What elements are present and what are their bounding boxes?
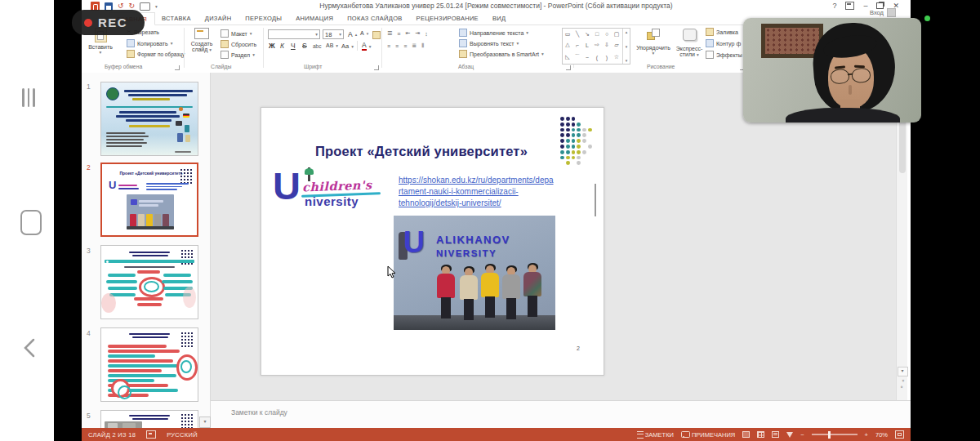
layout-button[interactable]: Макет ▾ (220, 29, 252, 38)
shape-effects-button[interactable]: Эффекты (706, 51, 742, 59)
zoom-out-button[interactable]: − (800, 431, 804, 439)
tab-design[interactable]: ДИЗАЙН (198, 12, 238, 24)
children-university-logo[interactable]: U (273, 167, 301, 205)
slide-canvas[interactable]: Проект «Детский университет» U children'… (261, 107, 604, 376)
language-indicator[interactable]: РУССКИЙ (167, 431, 198, 439)
android-recents-button[interactable] (22, 88, 38, 107)
arrange-button[interactable]: Упорядочить ▾ (634, 29, 673, 56)
next-slide-button[interactable]: « (900, 385, 905, 388)
minimize-icon[interactable]: – (863, 2, 867, 10)
display-settings-icon[interactable] (146, 430, 156, 439)
shape-outline-button[interactable]: Контур ф (706, 39, 741, 47)
font-group-label: Шрифт (304, 64, 322, 69)
slideshow-view-button[interactable] (786, 432, 793, 438)
section-button[interactable]: Раздел ▾ (220, 51, 255, 59)
thumbnail-scroll-down-button[interactable]: ▾ (199, 416, 211, 428)
slide-hyperlink[interactable]: https://shokan.edu.kz/ru/departments/dep… (399, 175, 559, 209)
decrease-indent-icon[interactable]: ⇤ (405, 30, 410, 37)
paragraph-align-buttons[interactable]: ≡ ≡ ≡ ≣ ⫴ (387, 42, 424, 49)
zoom-in-button[interactable]: + (865, 431, 868, 439)
fit-slide-to-window-icon[interactable] (895, 430, 904, 439)
android-home-button[interactable] (20, 210, 42, 235)
columns-icon[interactable]: ⫴ (421, 42, 424, 49)
scrollbar-down-button[interactable]: ▾ (898, 367, 908, 376)
justify-icon[interactable]: ≣ (412, 42, 416, 49)
photo-sign-line1: ALIKHANOV (436, 234, 510, 246)
slide-photo[interactable]: U ALIKHANOV NIVERSITY (394, 216, 555, 330)
shrink-font-button[interactable]: А▾ (360, 30, 368, 36)
tab-review[interactable]: РЕЦЕНЗИРОВАНИЕ (409, 12, 485, 24)
change-case-button[interactable]: Аа▾ (341, 42, 354, 50)
notes-icon (637, 431, 644, 439)
zoom-slider-thumb[interactable] (828, 431, 831, 439)
reset-button[interactable]: Сбросить (220, 40, 256, 48)
align-text-button[interactable]: Выровнять текст ▾ (459, 39, 519, 47)
notes-panel[interactable]: Заметки к слайду (211, 400, 911, 428)
font-size-combo[interactable]: 18 ▾ (323, 29, 344, 39)
paragraph-dialog-launcher[interactable] (566, 65, 571, 70)
bold-button[interactable]: Ж (269, 42, 275, 50)
font-name-combo[interactable]: ▾ (268, 29, 320, 39)
clipboard-dialog-launcher[interactable] (175, 65, 180, 70)
screen-record-indicator[interactable]: REC (72, 10, 145, 35)
slide-thumbnail-1[interactable] (100, 82, 198, 156)
line-spacing-icon[interactable]: ↕ (425, 31, 428, 37)
grow-font-button[interactable]: А▴ (348, 30, 357, 38)
copy-button[interactable]: Копировать ▾ (127, 39, 172, 47)
normal-view-button[interactable] (742, 431, 750, 438)
align-left-icon[interactable]: ≡ (387, 43, 390, 49)
paragraph-list-buttons[interactable]: ☰ ≡ ⇤ ⇥ ↕ (387, 30, 428, 37)
format-painter-button[interactable]: Формат по образцу (127, 50, 185, 58)
tab-slideshow[interactable]: ПОКАЗ СЛАЙДОВ (341, 12, 409, 24)
align-right-icon[interactable]: ≡ (403, 43, 407, 49)
zoom-slider[interactable] (812, 434, 858, 435)
qat-customize-caret-icon[interactable]: ▾ (155, 4, 158, 9)
font-dialog-launcher[interactable] (374, 65, 379, 70)
shapes-gallery-scrollbar[interactable]: ▴ ▾ ▾ (622, 29, 630, 64)
save-icon[interactable] (105, 2, 113, 11)
reading-view-button[interactable] (772, 431, 779, 438)
character-spacing-button[interactable]: АВ▾ (326, 42, 338, 48)
slide-thumbnail-2[interactable]: Проект «Детский университет» U (100, 163, 198, 237)
ribbon-options-icon[interactable] (845, 2, 854, 10)
notes-toggle-button[interactable]: ЗАМЕТКИ (637, 431, 674, 439)
shapes-gallery[interactable]: ▭╲↘□○▢ △⌐L⇨⇩▱ ◺⌒~()☆ ▴ ▾ ▾ (562, 28, 630, 65)
tab-animations[interactable]: АНИМАЦИЯ (289, 12, 341, 24)
tab-view[interactable]: ВИД (485, 12, 512, 24)
slide-sorter-view-button[interactable] (757, 431, 764, 438)
text-shadow-button[interactable]: abc (313, 43, 321, 49)
zoom-level[interactable]: 70% (875, 431, 888, 439)
tab-transitions[interactable]: ПЕРЕХОДЫ (238, 12, 289, 24)
strikethrough-button[interactable]: S (302, 42, 307, 50)
quick-styles-icon (683, 29, 697, 41)
content-area: 1 (82, 73, 911, 428)
align-center-icon[interactable]: ≡ (395, 43, 399, 49)
new-slide-button[interactable]: Создать слайд ▾ (186, 28, 217, 52)
slide-thumbnail-5[interactable] (100, 410, 198, 428)
quick-styles-button[interactable]: Экспресс- стили ▾ (675, 29, 704, 57)
start-slideshow-icon[interactable] (140, 2, 150, 11)
numbering-icon[interactable]: ≡ (397, 31, 400, 37)
font-color-button[interactable]: А ▾ (362, 42, 371, 51)
camera-active-indicator (924, 16, 930, 21)
record-label: REC (98, 16, 127, 29)
comments-toggle-button[interactable]: ПРИМЕЧАНИЯ (681, 431, 735, 439)
android-back-button[interactable] (23, 338, 36, 358)
shape-fill-button[interactable]: Заливка (706, 28, 738, 36)
clear-formatting-icon[interactable] (372, 31, 381, 39)
underline-button[interactable]: Ч (291, 42, 296, 50)
text-direction-button[interactable]: Направление текста ▾ (459, 29, 528, 37)
increase-indent-icon[interactable]: ⇥ (415, 30, 420, 37)
italic-button[interactable]: К (280, 42, 284, 50)
window-title: Нурмуханбетова Уаликанов универ 25.01.24… (82, 0, 911, 12)
bullets-icon[interactable]: ☰ (387, 30, 392, 37)
slide-thumbnail-4[interactable] (100, 327, 198, 402)
slide-title[interactable]: Проект «Детский университет» (294, 144, 549, 159)
previous-slide-button[interactable]: « (900, 379, 905, 381)
shape-fill-icon (706, 28, 714, 36)
help-icon[interactable]: ? (832, 2, 836, 10)
slide-counter: СЛАЙД 2 ИЗ 18 (88, 431, 136, 439)
convert-smartart-button[interactable]: Преобразовать в SmartArt ▾ (459, 50, 544, 58)
slide-thumbnail-3[interactable] (100, 245, 198, 319)
tab-insert[interactable]: ВСТАВКА (155, 12, 198, 24)
